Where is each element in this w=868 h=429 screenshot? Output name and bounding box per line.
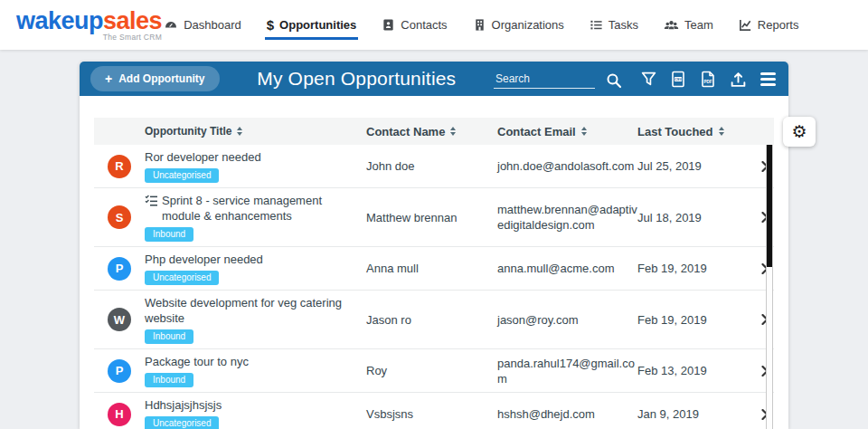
- column-header-contact-email[interactable]: Contact Email: [497, 124, 637, 139]
- settings-gear-button[interactable]: ⚙: [783, 117, 816, 147]
- menu-icon[interactable]: [760, 72, 776, 86]
- filter-icon[interactable]: [641, 72, 656, 87]
- opportunities-dollar-icon: $: [267, 19, 274, 32]
- table-row[interactable]: R Ror developer needed Uncategorised Joh…: [94, 145, 774, 188]
- table-row[interactable]: H Hdhsjajsjhsjsjs Uncategorised Vsbsjsns…: [94, 393, 774, 429]
- column-header-contact-name[interactable]: Contact Name: [366, 125, 497, 138]
- table-row[interactable]: S Sprint 8 - service management module &…: [94, 188, 774, 247]
- sort-icon[interactable]: [581, 127, 587, 136]
- avatar: P: [108, 359, 131, 383]
- opportunity-title[interactable]: Package tour to nyc: [145, 354, 249, 369]
- category-tag: Uncategorised: [145, 168, 219, 183]
- opportunities-panel: + Add Opportunity My Open Opportunities …: [80, 62, 788, 429]
- contact-name: Anna mull: [366, 262, 497, 275]
- contact-email: jason@roy.com: [497, 312, 637, 328]
- brand-logo[interactable]: wakeupsales The Smart CRM: [16, 9, 162, 42]
- category-tag: Uncategorised: [145, 271, 219, 285]
- column-header-opportunity-title[interactable]: Opportunity Title: [145, 125, 366, 138]
- column-header-last-touched[interactable]: Last Touched: [637, 125, 752, 138]
- plus-icon: +: [105, 74, 112, 83]
- last-touched: Feb 13, 2019: [637, 364, 752, 377]
- opportunity-title[interactable]: Sprint 8 - service management module & e…: [162, 193, 357, 224]
- opportunity-title[interactable]: Ror developer needed: [145, 149, 261, 165]
- nav-item-contacts[interactable]: Contacts: [380, 10, 448, 40]
- avatar: S: [108, 205, 131, 229]
- category-tag: Uncategorised: [145, 416, 219, 429]
- last-touched: Jul 18, 2019: [637, 211, 752, 224]
- scrollbar-thumb[interactable]: [767, 145, 772, 267]
- svg-text:PDF: PDF: [703, 79, 712, 83]
- contact-name: John doe: [366, 159, 497, 173]
- opportunity-title[interactable]: Hdhsjajsjhsjsjs: [145, 397, 222, 413]
- page-title: My Open Opportunities: [229, 68, 485, 90]
- contacts-icon: [382, 18, 395, 32]
- pdf-export-icon[interactable]: PDF: [700, 71, 716, 88]
- tasks-icon: [590, 18, 603, 32]
- top-navbar: wakeupsales The Smart CRM Dashboard $ Op…: [0, 0, 868, 50]
- last-touched: Feb 19, 2019: [637, 262, 752, 275]
- table-row[interactable]: P Package tour to nyc Inbound Roy panda.…: [94, 349, 774, 393]
- contact-email: hshsh@dhejd.com: [497, 406, 637, 422]
- gear-icon: ⚙: [791, 122, 807, 141]
- category-tag: Inbound: [145, 329, 193, 344]
- category-tag: Inbound: [145, 373, 193, 387]
- contact-name: Matthew brennan: [366, 211, 497, 224]
- avatar: R: [108, 155, 131, 178]
- upload-icon[interactable]: [730, 71, 747, 88]
- opportunities-table: Opportunity Title Contact Name Contact E…: [94, 118, 774, 429]
- csv-export-icon[interactable]: CSV: [670, 71, 686, 88]
- add-opportunity-button[interactable]: + Add Opportunity: [90, 66, 220, 91]
- category-tag: Inbound: [145, 227, 193, 242]
- nav-item-organizations[interactable]: Organizations: [471, 10, 566, 40]
- toolbar: CSV PDF: [494, 70, 776, 89]
- nav-item-opportunities[interactable]: $ Opportunities: [265, 10, 359, 40]
- sort-icon[interactable]: [450, 127, 456, 136]
- contact-email: matthew.brennan@adaptivedigitaldesign.co…: [497, 202, 637, 233]
- nav-item-dashboard[interactable]: Dashboard: [162, 10, 243, 41]
- panel-header: + Add Opportunity My Open Opportunities …: [80, 62, 788, 96]
- search-icon[interactable]: [606, 72, 622, 89]
- brand-wordmark: wakeupsales: [16, 9, 162, 33]
- last-touched: Feb 19, 2019: [637, 313, 752, 327]
- opportunity-title[interactable]: Php developer needed: [145, 252, 263, 267]
- sort-icon[interactable]: [237, 127, 242, 136]
- svg-text:CSV: CSV: [675, 76, 683, 81]
- reports-icon: [739, 18, 752, 32]
- team-icon: [664, 18, 679, 32]
- task-list-icon: [145, 194, 157, 206]
- contact-email: john.doe@andolasoft.com: [497, 158, 637, 174]
- table-header-row: Opportunity Title Contact Name Contact E…: [94, 118, 774, 145]
- last-touched: Jan 9, 2019: [637, 407, 752, 421]
- contact-email: panda.rahul174@gmail.com: [497, 356, 637, 386]
- table-row[interactable]: P Php developer needed Uncategorised Ann…: [94, 247, 774, 291]
- avatar: W: [108, 308, 131, 331]
- table-body: R Ror developer needed Uncategorised Joh…: [94, 145, 774, 429]
- table-row[interactable]: W Website development for veg catering w…: [94, 291, 774, 349]
- search-input[interactable]: [494, 70, 595, 89]
- organizations-icon: [473, 18, 486, 32]
- contact-name: Vsbsjsns: [366, 407, 497, 421]
- main-nav: Dashboard $ Opportunities Contacts Organ…: [162, 10, 800, 41]
- nav-item-team[interactable]: Team: [662, 10, 715, 40]
- sort-icon[interactable]: [719, 127, 724, 136]
- avatar: P: [108, 257, 131, 281]
- nav-item-reports[interactable]: Reports: [737, 10, 801, 40]
- contact-email: anna.mull@acme.com: [497, 261, 637, 276]
- contact-name: Jason ro: [366, 313, 497, 327]
- dashboard-icon: [164, 18, 178, 33]
- contact-name: Roy: [366, 364, 497, 377]
- opportunity-title[interactable]: Website development for veg catering web…: [145, 295, 357, 326]
- last-touched: Jul 25, 2019: [637, 159, 752, 173]
- avatar: H: [108, 403, 131, 426]
- search-group: [494, 70, 622, 89]
- nav-item-tasks[interactable]: Tasks: [588, 10, 640, 40]
- vertical-scrollbar[interactable]: [766, 145, 773, 429]
